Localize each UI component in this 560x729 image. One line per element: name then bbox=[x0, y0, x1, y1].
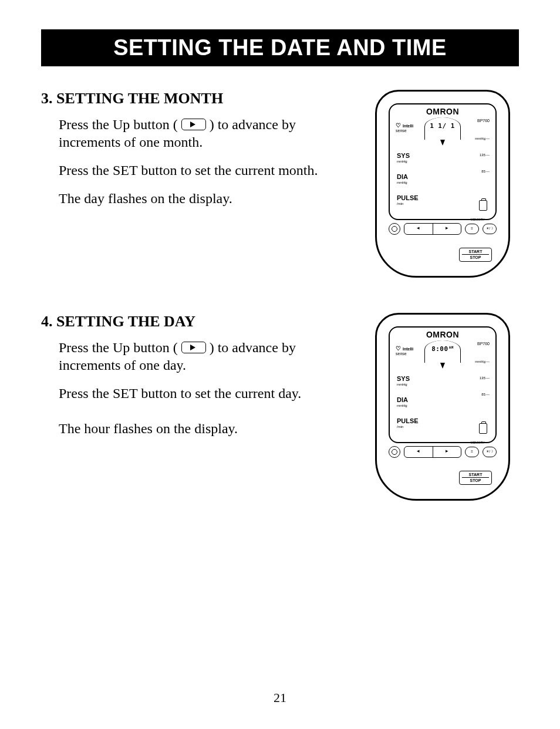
memory-button-icon: ≡ bbox=[465, 224, 479, 234]
arrow-pad-icon: ◂ ▸ bbox=[404, 223, 461, 235]
device-screen: OMRON BP760 Intelli sense 8:00AM SYSmmHg bbox=[389, 326, 497, 443]
scale-mmhg: mmHg bbox=[475, 360, 490, 363]
battery-icon bbox=[479, 423, 487, 434]
pulse-label: PULSE/min bbox=[397, 195, 419, 205]
section-4-para-3: The hour flashes on the display. bbox=[59, 420, 355, 437]
section-4-heading: 4. SETTING THE DAY bbox=[41, 313, 355, 330]
section-3-heading: 3. SETTING THE MONTH bbox=[41, 90, 355, 107]
sys-label: SYSmmHg bbox=[397, 153, 419, 163]
date-time-display: 1 1/ 1 bbox=[424, 117, 461, 140]
memory-button-icon: ≡ bbox=[465, 447, 479, 457]
date-time-display: 8:00AM bbox=[424, 340, 461, 363]
bp-monitor-illustration: OMRON BP760 Intelli sense 8:00AM SYSmmHg bbox=[375, 313, 510, 501]
model-label: BP760 bbox=[477, 342, 490, 346]
scale-marks: mmHg 135 85 bbox=[475, 137, 490, 186]
memory-label: MEMORY bbox=[471, 218, 485, 221]
section-3-para-2: Press the SET button to set the current … bbox=[59, 161, 355, 179]
user-button-icon: ☀/☽ bbox=[483, 224, 497, 234]
scale-135: 135 bbox=[475, 153, 490, 157]
section-3-figure: OMRON BP760 Intelli sense 1 1/ 1 SYSmmHg bbox=[366, 90, 519, 278]
right-arrow-icon: ▸ bbox=[433, 447, 461, 457]
section-3-para-3: The day flashes on the display. bbox=[59, 190, 355, 207]
up-button-icon bbox=[181, 119, 206, 130]
memory-label: MEMORY bbox=[471, 441, 485, 444]
user-button-icon: ☀/☽ bbox=[483, 447, 497, 457]
start-stop-button-icon: START STOP bbox=[459, 471, 492, 485]
manual-page: SETTING THE DATE AND TIME 3. SETTING THE… bbox=[0, 0, 560, 729]
bp-monitor-illustration: OMRON BP760 Intelli sense 1 1/ 1 SYSmmHg bbox=[375, 90, 510, 278]
set-button-icon bbox=[389, 223, 400, 235]
model-label: BP760 bbox=[477, 119, 490, 123]
device-controls: ◂ ▸ ≡ ☀/☽ bbox=[389, 445, 497, 459]
sys-label: SYSmmHg bbox=[397, 376, 419, 386]
section-4: 4. SETTING THE DAY Press the Up button (… bbox=[41, 313, 519, 501]
section-3-para-1: Press the Up button ( ) to advance by in… bbox=[59, 116, 355, 151]
scale-85: 85 bbox=[475, 393, 490, 396]
device-controls: ◂ ▸ ≡ ☀/☽ bbox=[389, 222, 497, 236]
right-arrow-icon: ▸ bbox=[433, 224, 461, 234]
intellisense-label: Intelli sense bbox=[396, 122, 413, 133]
section-3-text: 3. SETTING THE MONTH Press the Up button… bbox=[41, 90, 366, 278]
dia-label: DIAmmHg bbox=[397, 397, 419, 407]
scale-85: 85 bbox=[475, 170, 490, 173]
para-text-before: Press the Up button ( bbox=[59, 117, 178, 132]
dia-label: DIAmmHg bbox=[397, 174, 419, 184]
up-button-icon bbox=[181, 342, 206, 353]
arrow-pad-icon: ◂ ▸ bbox=[404, 446, 461, 458]
device-body: OMRON BP760 Intelli sense 1 1/ 1 SYSmmHg bbox=[375, 90, 510, 278]
pointer-arrow-icon bbox=[440, 363, 445, 369]
left-arrow-icon: ◂ bbox=[404, 224, 433, 234]
scale-mmhg: mmHg bbox=[475, 137, 490, 140]
reading-labels: SYSmmHg DIAmmHg PULSE/min bbox=[397, 153, 419, 216]
start-stop-button-icon: START STOP bbox=[459, 248, 492, 262]
pulse-label: PULSE/min bbox=[397, 418, 419, 428]
section-4-text: 4. SETTING THE DAY Press the Up button (… bbox=[41, 313, 366, 501]
section-3: 3. SETTING THE MONTH Press the Up button… bbox=[41, 90, 519, 278]
scale-marks: mmHg 135 85 bbox=[475, 360, 490, 409]
left-arrow-icon: ◂ bbox=[404, 447, 433, 457]
device-body: OMRON BP760 Intelli sense 8:00AM SYSmmHg bbox=[375, 313, 510, 501]
set-button-icon bbox=[389, 446, 400, 458]
brand-label: OMRON bbox=[390, 330, 495, 339]
intellisense-label: Intelli sense bbox=[396, 345, 413, 356]
section-4-para-2: Press the SET button to set the current … bbox=[59, 384, 355, 402]
brand-label: OMRON bbox=[390, 107, 495, 116]
section-4-para-1: Press the Up button ( ) to advance by in… bbox=[59, 339, 355, 374]
reading-labels: SYSmmHg DIAmmHg PULSE/min bbox=[397, 376, 419, 439]
page-number: 21 bbox=[0, 690, 560, 706]
device-screen: OMRON BP760 Intelli sense 1 1/ 1 SYSmmHg bbox=[389, 103, 497, 220]
para-text-before: Press the Up button ( bbox=[59, 340, 178, 355]
scale-135: 135 bbox=[475, 376, 490, 380]
page-title: SETTING THE DATE AND TIME bbox=[41, 29, 519, 66]
pointer-arrow-icon bbox=[440, 140, 445, 146]
battery-icon bbox=[479, 200, 487, 211]
section-4-figure: OMRON BP760 Intelli sense 8:00AM SYSmmHg bbox=[366, 313, 519, 501]
